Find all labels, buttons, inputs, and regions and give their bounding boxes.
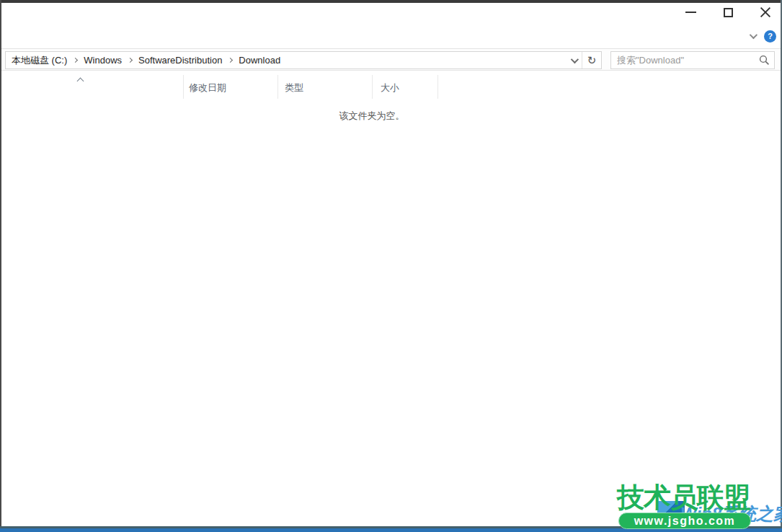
refresh-button[interactable]: ↻ <box>582 52 601 68</box>
maximize-button[interactable] <box>721 4 734 20</box>
close-button[interactable] <box>759 4 772 20</box>
search-icon <box>759 55 770 66</box>
column-header-date-modified[interactable]: 修改日期 <box>189 81 226 94</box>
breadcrumb-item-windows[interactable]: Windows <box>84 55 122 66</box>
search-box <box>610 51 775 69</box>
watermark-title: 技术员联盟 <box>617 479 750 516</box>
breadcrumb-separator-icon[interactable] <box>128 58 133 63</box>
breadcrumb: 本地磁盘 (C:) Windows SoftwareDistribution D… <box>6 54 565 67</box>
expand-ribbon-chevron-icon[interactable] <box>750 31 757 39</box>
address-dropdown-button[interactable] <box>565 52 582 68</box>
watermark-url: www.jsgho.com <box>634 515 736 528</box>
breadcrumb-separator-icon[interactable] <box>73 58 78 63</box>
toolbar: 本地磁盘 (C:) Windows SoftwareDistribution D… <box>1 48 781 71</box>
explorer-window: ? 本地磁盘 (C:) Windows SoftwareDistribution… <box>0 0 782 532</box>
close-icon <box>760 6 771 18</box>
address-bar-controls: ↻ <box>565 52 601 68</box>
breadcrumb-item-drive[interactable]: 本地磁盘 (C:) <box>12 54 67 67</box>
column-divider[interactable] <box>372 75 373 99</box>
breadcrumb-item-softwaredistribution[interactable]: SoftwareDistribution <box>138 55 222 66</box>
search-input[interactable] <box>611 52 754 68</box>
window-top-border <box>0 0 782 3</box>
minimize-button[interactable] <box>684 4 697 20</box>
column-header-type[interactable]: 类型 <box>285 81 303 94</box>
maximize-icon <box>724 8 733 17</box>
address-bar[interactable]: 本地磁盘 (C:) Windows SoftwareDistribution D… <box>5 51 602 69</box>
search-button[interactable] <box>754 52 774 68</box>
column-divider[interactable] <box>183 75 184 99</box>
watermark-url-pill: www.jsgho.com <box>618 513 751 529</box>
ribbon-right-controls: ? <box>750 29 776 43</box>
breadcrumb-separator-icon[interactable] <box>228 58 233 63</box>
empty-folder-message: 该文件夹为空。 <box>288 110 456 123</box>
column-header-size[interactable]: 大小 <box>381 81 399 94</box>
column-divider[interactable] <box>277 75 278 99</box>
sort-ascending-icon <box>77 78 84 85</box>
chevron-down-icon <box>570 55 578 63</box>
minimize-icon <box>685 12 696 13</box>
breadcrumb-item-download[interactable]: Download <box>239 55 280 66</box>
file-list-header: 修改日期 类型 大小 <box>1 75 781 99</box>
window-controls <box>684 4 772 20</box>
help-button[interactable]: ? <box>764 30 776 43</box>
column-divider[interactable] <box>437 75 438 99</box>
